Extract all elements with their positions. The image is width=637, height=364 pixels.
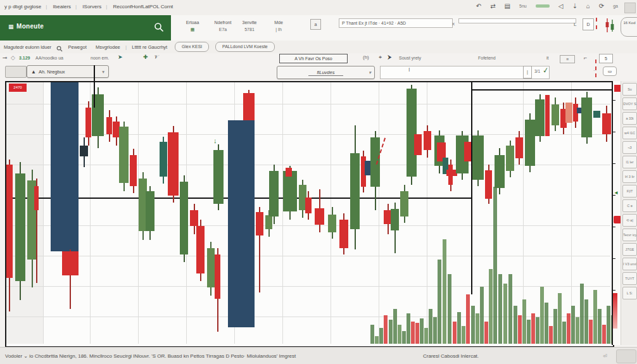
menu-item-file[interactable]: y p dbgt gvglose — [0, 0, 46, 9]
status-corner-button[interactable] — [616, 349, 636, 363]
pill-button-palldond[interactable]: PALLdond LVM Koeste — [215, 42, 275, 52]
panel-row[interactable]: DVOY S — [622, 97, 637, 110]
candle — [80, 146, 88, 156]
candle — [265, 215, 272, 229]
panel-row[interactable]: I1 ler — [622, 156, 637, 168]
tab-pewegot[interactable]: Pewegot — [65, 41, 91, 50]
download-icon[interactable]: ⇣ — [572, 3, 577, 9]
volume-bar — [522, 299, 526, 344]
trading-app-window: y p dbgt gvglose| Ibeaiers| ISorvers| Re… — [0, 0, 637, 364]
favorites-box[interactable]: A Vh Favr Os Poso — [279, 54, 348, 63]
ribbon-group-mde[interactable]: Mde | Ih — [266, 20, 291, 32]
menu-item-account[interactable]: RecconfHonfLatPOL Cornt — [108, 0, 177, 9]
center-dropdown[interactable]: fiLuvdes ▾ — [277, 66, 375, 79]
panel-row[interactable]: Su — [622, 83, 637, 96]
close-x-icon[interactable]: x — [452, 21, 455, 27]
ribbon-group-3envtte[interactable]: 3envtte 5781 — [237, 20, 262, 32]
volume-bar — [584, 299, 588, 344]
candle — [525, 120, 535, 166]
volume-bar — [448, 274, 451, 344]
symbol-dropdown[interactable]: ▲ Ah. Nregbux ▾ — [27, 65, 109, 78]
menu-item-isorvers[interactable]: ISorvers — [78, 0, 106, 9]
toolbar-label-1: AA/noodko ua — [35, 56, 63, 60]
angle-icon[interactable]: ⮞ — [388, 54, 392, 61]
panel-row[interactable]: J7I1E — [622, 243, 637, 256]
panel-row[interactable]: Tecvr icy — [622, 229, 637, 241]
ribbon-group-label: Ertoaa — [180, 20, 205, 25]
d-button[interactable]: D — [583, 18, 594, 30]
volume-bar — [484, 322, 488, 344]
window-control[interactable] — [624, 3, 636, 13]
pill-button-glex[interactable]: Glex KESI — [175, 42, 209, 52]
tab-gaucrhyt[interactable]: Lttttt re Gaucrhyt — [128, 41, 171, 50]
hint-icon[interactable]: (h) — [363, 54, 369, 60]
candle — [495, 155, 505, 188]
lines-button[interactable]: ≡ — [560, 55, 575, 63]
toolbar: ⊸ ◇ 3.129 AA/noodko ua noon em. ➤ ✚ 𝒱 A … — [0, 53, 637, 65]
panel-row[interactable]: C ≡ — [622, 199, 637, 212]
candle — [565, 103, 572, 123]
candle — [196, 226, 205, 273]
ribbon-group-value: 5781 — [237, 27, 262, 32]
redo-icon[interactable]: ⇄ — [490, 3, 495, 9]
volume-bar — [558, 293, 562, 344]
panel-row[interactable]: L S: — [622, 287, 637, 299]
droplet-icon[interactable]: ◇ — [11, 54, 15, 61]
volume-bar — [402, 331, 406, 344]
search-small-icon[interactable] — [56, 46, 63, 52]
panel-row[interactable]: F|IT — [622, 185, 637, 198]
pen-icon[interactable]: 𝒱 — [154, 54, 159, 61]
back-icon[interactable]: ◁ — [558, 3, 564, 9]
address-input[interactable] — [458, 18, 576, 23]
volume-bar — [398, 325, 401, 344]
home-icon[interactable]: ⌂ — [586, 3, 590, 9]
candle — [85, 108, 91, 137]
refresh-icon[interactable]: ⟳ — [599, 3, 604, 9]
cursor-icon[interactable]: ➤ — [118, 54, 123, 60]
candle — [581, 97, 592, 137]
doc-mini-button[interactable]: a — [310, 19, 321, 30]
side-panel[interactable]: SuDVOY Sa 33tw4 I1C¬3I1 lerlrl 3 ltrF|IT… — [621, 81, 637, 345]
candle — [339, 220, 348, 248]
pin-icon[interactable]: ⊸ — [3, 54, 8, 61]
price-chart[interactable]: 2470 ↓ — [5, 81, 614, 348]
chart-level-line — [471, 82, 472, 294]
panel-row[interactable]: TUYT — [622, 272, 637, 285]
panel-row[interactable]: I V3 unxl — [622, 258, 637, 270]
red-marker-dashes — [596, 18, 598, 29]
volume-bar — [498, 274, 502, 344]
panel-row[interactable]: ⟲ ≡| — [622, 214, 637, 227]
sheet-icon: ▦ — [180, 27, 205, 32]
candle — [424, 131, 431, 150]
candle — [286, 168, 292, 177]
target-icon[interactable]: ⌖ — [379, 54, 382, 61]
panel-row[interactable]: w4 I1C — [622, 127, 637, 139]
volume-bar — [571, 306, 575, 344]
volume-bar — [411, 322, 415, 344]
save-icon[interactable]: ▤ — [505, 3, 510, 9]
blank-button[interactable] — [5, 66, 27, 78]
candle — [51, 82, 79, 251]
ribbon-group-ndefront[interactable]: Ndefront E7a — [209, 20, 237, 32]
corner-icon[interactable]: ⌐ — [584, 54, 587, 61]
undo-icon[interactable]: ↶ — [476, 3, 481, 9]
search-icon[interactable] — [154, 22, 164, 32]
toolbar-label-2: noon em. — [91, 56, 109, 60]
candle — [106, 117, 112, 134]
snu-label: 5nu — [519, 4, 527, 8]
panel-row[interactable]: lrl 3 ltr — [622, 170, 637, 183]
panel-row[interactable]: a 33t — [622, 112, 637, 125]
ribbon-group-ertoaa[interactable]: Ertoaa ▦ — [180, 20, 205, 32]
candlestick-icon[interactable] — [604, 18, 617, 33]
menu-item-ibeaiers[interactable]: Ibeaiers — [49, 0, 75, 9]
small-toggle-button[interactable]: ▭ — [603, 66, 617, 76]
panel-row[interactable]: ¬3 — [622, 141, 637, 154]
add-icon[interactable]: ✚ — [143, 54, 148, 60]
s-button[interactable]: 5 — [599, 54, 613, 63]
check-scribble-icon[interactable]: ✓ — [542, 65, 550, 75]
tab-msvgrlodee[interactable]: Msvgrlodee — [92, 41, 124, 50]
kod-button[interactable]: 16 Kod — [621, 17, 637, 37]
divider-button[interactable]: | — [523, 66, 532, 78]
document-title-input[interactable]: P Thant Ex jt ITde · 41+92 · A5D — [339, 18, 453, 28]
tab-main[interactable]: Magutedr eulonn lduer — [0, 41, 55, 50]
